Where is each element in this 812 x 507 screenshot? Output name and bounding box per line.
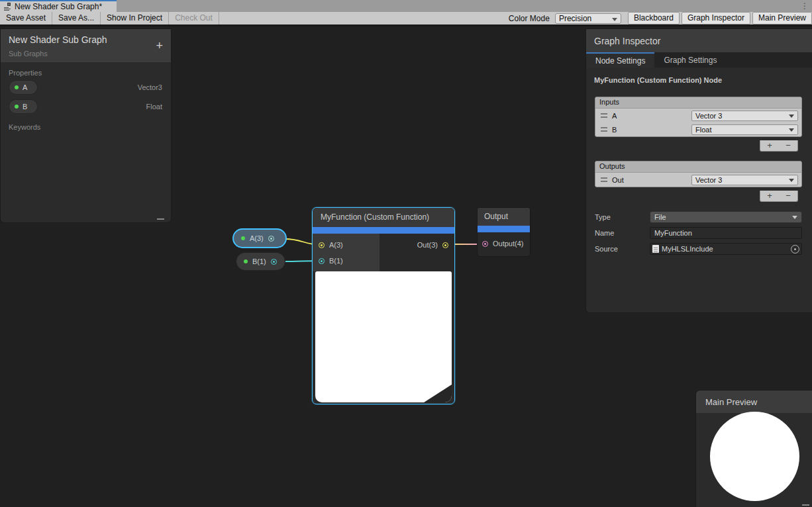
blackboard-property-row[interactable]: B Float [1,97,171,116]
property-node-label: B(1) [252,257,266,265]
port-icon[interactable] [442,242,448,248]
drag-handle-icon[interactable] [601,127,607,132]
chevron-down-icon [789,179,794,182]
tab-node-settings[interactable]: Node Settings [586,52,654,68]
property-node-b[interactable]: B(1) [236,252,285,271]
input-name[interactable]: A [612,112,691,120]
window-menu-icon[interactable]: ⋮ [800,1,809,11]
graph-inspector-header[interactable]: Graph Inspector [586,29,812,52]
input-row-a[interactable]: A Vector 3 [595,109,801,122]
node-title[interactable]: Output [478,208,530,226]
blackboard-subtitle: Sub Graphs [9,50,163,58]
output-node-port-row[interactable]: Output(4) [478,232,530,255]
chevron-down-icon [789,115,794,118]
outputs-list: Outputs Out Vector 3 [595,161,802,187]
remove-output-button[interactable]: − [779,191,797,201]
color-mode-label: Color Mode [503,14,555,23]
color-mode-dropdown[interactable]: Precision [555,13,621,24]
object-picker-icon[interactable] [791,245,799,254]
property-type: Float [146,103,162,111]
port-icon[interactable] [319,258,325,264]
type-label: Type [595,213,650,221]
output-port-container: Out(3) [380,234,454,271]
input-port-row[interactable]: A(3) [313,237,380,253]
inputs-list-header: Inputs [595,97,801,109]
property-node-label: A(3) [250,234,264,242]
document-tab[interactable]: New Shader Sub Graph* [0,0,117,12]
toolbar: Save Asset Save As... Show In Project Ch… [0,12,812,26]
precision-strip [478,226,530,232]
property-pill-a[interactable]: A [9,80,38,95]
main-preview-toggle-button[interactable]: Main Preview [752,12,812,24]
source-label: Source [595,245,650,253]
blackboard-resize-handle[interactable] [157,218,164,220]
input-type-dropdown[interactable]: Float [691,124,798,135]
main-preview-body[interactable] [696,413,812,507]
output-node[interactable]: Output Output(4) [477,207,531,257]
outputs-list-footer: + − [760,191,798,202]
inputs-list: Inputs A Vector 3 B Float [595,97,802,137]
node-preview[interactable] [315,271,452,402]
graph-inspector-toggle-button[interactable]: Graph Inspector [682,12,750,24]
main-preview-panel: Main Preview [695,390,812,507]
input-type-dropdown[interactable]: Vector 3 [691,111,798,121]
output-row-out[interactable]: Out Vector 3 [595,173,801,187]
add-input-button[interactable]: + [760,140,779,151]
graph-inspector-panel: Graph Inspector Node Settings Graph Sett… [585,28,812,313]
type-dropdown[interactable]: File [650,211,802,223]
add-output-button[interactable]: + [760,191,779,201]
port-icon[interactable] [271,259,277,265]
drag-handle-icon[interactable] [601,113,607,118]
show-in-project-button[interactable]: Show In Project [101,12,169,24]
chevron-down-icon [789,128,794,132]
main-preview-resize-handle[interactable] [802,504,809,506]
blackboard-property-row[interactable]: A Vector3 [1,78,171,97]
blackboard-title: New Shader Sub Graph [9,34,163,45]
node-settings-heading: MyFunction (Custom Function) Node [586,68,812,88]
blackboard-header[interactable]: New Shader Sub Graph Sub Graphs + [1,29,171,62]
preview-collapse-handle[interactable] [424,385,452,402]
save-asset-button[interactable]: Save Asset [0,12,52,24]
drag-handle-icon[interactable] [601,177,607,182]
port-label: B(1) [329,257,343,265]
preview-sphere [710,412,799,501]
input-port-row[interactable]: B(1) [313,253,380,269]
source-object-field[interactable]: MyHLSLInclude [650,243,802,255]
output-port-row[interactable]: Out(3) [380,237,454,253]
tab-strip: New Shader Sub Graph* ⋮ [0,0,812,12]
chevron-down-icon [612,18,617,21]
tab-graph-settings[interactable]: Graph Settings [654,52,726,68]
property-node-a[interactable]: A(3) [232,228,287,248]
blackboard-toggle-button[interactable]: Blackboard [628,12,680,24]
property-dot-icon [241,236,245,240]
inputs-list-footer: + − [760,140,798,152]
output-name[interactable]: Out [612,176,691,184]
inspector-tab-bar: Node Settings Graph Settings [586,52,812,68]
input-name[interactable]: B [612,126,691,134]
property-type: Vector3 [138,83,162,91]
property-pill-b[interactable]: B [9,99,38,114]
keywords-section-label: Keywords [1,116,171,132]
output-type-dropdown[interactable]: Vector 3 [691,175,798,185]
tab-title: New Shader Sub Graph* [15,2,102,11]
source-object-name: MyHLSLInclude [662,245,713,253]
node-title[interactable]: MyFunction (Custom Function) [313,208,454,227]
remove-input-button[interactable]: − [779,140,797,151]
outputs-list-header: Outputs [595,161,801,173]
blackboard-panel: New Shader Sub Graph Sub Graphs + Proper… [0,28,172,223]
port-icon[interactable] [482,241,488,247]
precision-strip [313,227,454,234]
port-icon[interactable] [268,236,274,242]
add-property-button[interactable]: + [156,40,163,52]
port-label: Output(4) [493,240,523,248]
name-label: Name [595,229,650,237]
port-icon[interactable] [319,242,325,248]
custom-function-node[interactable]: MyFunction (Custom Function) A(3) B(1) O… [312,207,455,404]
type-field-row: Type File [595,211,802,223]
graph-inspector-title: Graph Inspector [594,36,660,46]
check-out-button: Check Out [169,12,219,24]
main-preview-header[interactable]: Main Preview [696,391,812,413]
input-row-b[interactable]: B Float [595,122,801,136]
save-as-button[interactable]: Save As... [52,12,101,24]
name-input[interactable]: MyFunction [650,227,802,239]
